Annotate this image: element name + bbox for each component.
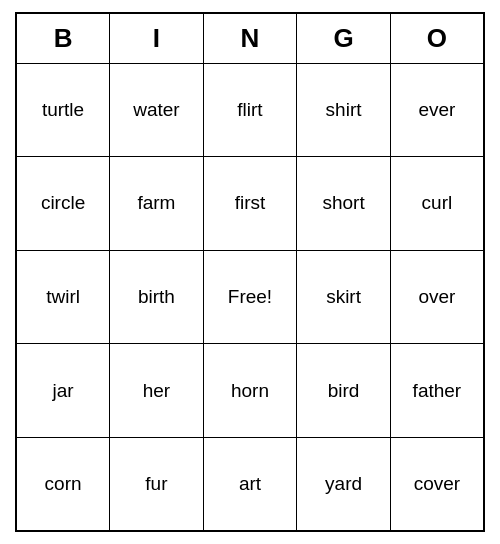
cell-r3-c4: father [390,344,484,438]
cell-r1-c0: circle [16,157,110,251]
cell-r2-c2: Free! [203,250,297,344]
cell-r2-c4: over [390,250,484,344]
bingo-body: turtlewaterflirtshirtevercirclefarmfirst… [16,63,484,531]
cell-r1-c4: curl [390,157,484,251]
cell-r4-c2: art [203,437,297,531]
cell-r4-c4: cover [390,437,484,531]
header-i: I [110,13,204,63]
header-b: B [16,13,110,63]
cell-r4-c1: fur [110,437,204,531]
header-row: B I N G O [16,13,484,63]
cell-r3-c1: her [110,344,204,438]
table-row: turtlewaterflirtshirtever [16,63,484,157]
bingo-card: B I N G O turtlewaterflirtshirtevercircl… [15,12,485,532]
cell-r3-c0: jar [16,344,110,438]
cell-r0-c0: turtle [16,63,110,157]
cell-r3-c2: horn [203,344,297,438]
header-n: N [203,13,297,63]
cell-r0-c4: ever [390,63,484,157]
table-row: circlefarmfirstshortcurl [16,157,484,251]
header-g: G [297,13,391,63]
cell-r2-c1: birth [110,250,204,344]
cell-r1-c1: farm [110,157,204,251]
cell-r1-c2: first [203,157,297,251]
cell-r0-c2: flirt [203,63,297,157]
cell-r4-c0: corn [16,437,110,531]
cell-r3-c3: bird [297,344,391,438]
table-row: twirlbirthFree!skirtover [16,250,484,344]
table-row: jarherhornbirdfather [16,344,484,438]
header-o: O [390,13,484,63]
cell-r0-c1: water [110,63,204,157]
cell-r0-c3: shirt [297,63,391,157]
cell-r2-c3: skirt [297,250,391,344]
cell-r2-c0: twirl [16,250,110,344]
table-row: cornfurartyardcover [16,437,484,531]
cell-r4-c3: yard [297,437,391,531]
cell-r1-c3: short [297,157,391,251]
